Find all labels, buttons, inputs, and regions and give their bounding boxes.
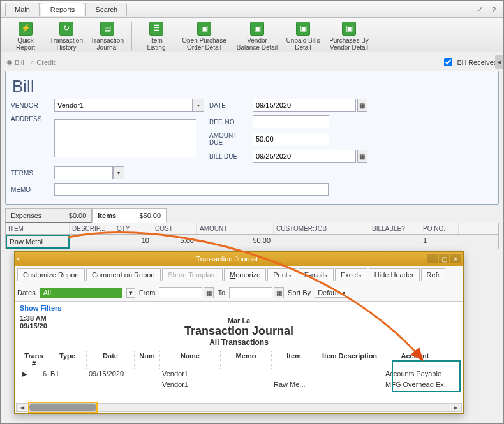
sortby-combo[interactable]: Default▾ xyxy=(315,288,348,298)
help-icon[interactable]: ? xyxy=(489,4,499,15)
bill-form: Bill VENDOR ▾ DATE ▦ ADDRESS REF. NO. AM… xyxy=(5,71,499,205)
transaction-journal-window: ▪ Transaction Journal — ▢ ✕ Customize Re… xyxy=(14,251,464,414)
credit-radio-label: Credit xyxy=(36,59,55,66)
scroll-thumb[interactable] xyxy=(29,404,96,411)
items-amount: $50.00 xyxy=(129,212,161,219)
bill-due-calendar-icon[interactable]: ▦ xyxy=(357,150,367,163)
item-listing-button[interactable]: ☰ ItemListing xyxy=(136,20,177,52)
maximize-icon[interactable]: ▢ xyxy=(439,254,449,263)
col-account[interactable]: Account xyxy=(383,351,447,369)
open-po-detail-button[interactable]: ▣ Open PurchaseOrder Detail xyxy=(177,20,232,52)
unpaid-bills-button[interactable]: ▣ Unpaid BillsDetail xyxy=(283,20,323,52)
purchases-by-vendor-button[interactable]: ▣ Purchases ByVendor Detail xyxy=(323,20,374,52)
terms-field[interactable] xyxy=(54,166,113,179)
cell-po[interactable]: 1 xyxy=(420,235,459,249)
col-cost: COST xyxy=(152,223,197,234)
bill-received-checkbox[interactable] xyxy=(444,58,452,66)
comment-report-button[interactable]: Comment on Report xyxy=(86,268,161,281)
history-icon: ↻ xyxy=(59,22,73,36)
col-trans[interactable]: Trans # xyxy=(20,351,48,369)
quick-report-button[interactable]: ⚡ QuickReport xyxy=(5,20,46,52)
credit-radio[interactable]: ○Credit xyxy=(31,59,56,66)
report-row-2[interactable]: Vendor1 Raw Me... MFG Overhead Ex... xyxy=(20,379,458,390)
items-tab-label: Items xyxy=(98,212,116,219)
cell-amount[interactable]: 50.00 xyxy=(197,235,274,249)
tj-horizontal-scrollbar[interactable]: ◀ ▶ xyxy=(16,403,462,412)
expand-icon[interactable]: ⤢ xyxy=(475,4,485,15)
vendor-field[interactable] xyxy=(54,99,193,112)
col-po: PO NO. xyxy=(420,223,459,234)
bill-radio-label: Bill xyxy=(15,59,24,66)
col-desc: DESCRIP... xyxy=(70,223,114,234)
to-date-field[interactable] xyxy=(229,287,272,298)
date-field[interactable] xyxy=(253,99,356,112)
col-type[interactable]: Type xyxy=(48,351,87,369)
col-date[interactable]: Date xyxy=(87,351,135,369)
amount-due-label: AMOUNT DUE xyxy=(209,132,248,146)
col-num[interactable]: Num xyxy=(135,351,160,369)
cell-customer[interactable] xyxy=(274,235,369,249)
company-name: Mar La xyxy=(20,317,458,325)
share-template-button: Share Template xyxy=(162,268,223,281)
cell-desc[interactable] xyxy=(70,235,114,249)
col-name[interactable]: Name xyxy=(160,351,221,369)
date-range-combo[interactable]: All xyxy=(40,288,122,298)
transaction-journal-button[interactable]: ▤ TransactionJournal xyxy=(87,20,128,52)
col-item2[interactable]: Item xyxy=(272,351,316,369)
open-po-label: Open PurchaseOrder Detail xyxy=(182,37,226,51)
minimize-icon[interactable]: — xyxy=(427,254,438,263)
transaction-history-button[interactable]: ↻ TransactionHistory xyxy=(46,20,87,52)
date-range-dropdown-icon[interactable]: ▾ xyxy=(126,288,135,298)
email-button[interactable]: E-mail xyxy=(299,268,334,281)
report-row-1[interactable]: ▶6 Bill 09/15/2020 Vendor1 Accounts Paya… xyxy=(20,369,458,379)
items-grid-header: ITEM DESCRIP... QTY COST AMOUNT CUSTOMER… xyxy=(5,223,499,234)
customize-report-button[interactable]: Customize Report xyxy=(17,268,85,281)
refno-field[interactable] xyxy=(253,115,329,128)
show-filters-link[interactable]: Show Filters xyxy=(20,304,458,312)
cell-qty[interactable]: 10 xyxy=(114,235,152,249)
from-date-field[interactable] xyxy=(159,287,202,298)
excel-button[interactable]: Excel xyxy=(335,268,367,281)
memo-field[interactable] xyxy=(54,183,329,196)
items-grid-row[interactable]: Raw Metal 10 5.00 50.00 1 xyxy=(5,234,499,249)
journal-icon: ▤ xyxy=(100,22,114,36)
refresh-button[interactable]: Refr xyxy=(421,268,446,281)
quick-report-icon: ⚡ xyxy=(19,22,33,36)
amount-due-field[interactable] xyxy=(253,133,329,145)
vendor-balance-button[interactable]: ▣ VendorBalance Detail xyxy=(232,20,283,52)
address-field[interactable] xyxy=(54,119,196,157)
side-collapse-handle[interactable]: ◀ xyxy=(495,55,503,69)
date-calendar-icon[interactable]: ▦ xyxy=(357,99,367,112)
date-label: DATE xyxy=(209,102,248,109)
vendor-dropdown-icon[interactable]: ▾ xyxy=(193,99,204,112)
tab-reports[interactable]: Reports xyxy=(41,3,85,16)
from-calendar-icon[interactable]: ▦ xyxy=(204,287,214,298)
bill-due-field[interactable] xyxy=(253,150,356,163)
print-button[interactable]: Print xyxy=(267,268,297,281)
unpaid-bills-icon: ▣ xyxy=(296,22,310,36)
report-title: Transaction Journal xyxy=(20,325,458,338)
cell-cost[interactable]: 5.00 xyxy=(152,235,197,249)
unpaid-bills-label: Unpaid BillsDetail xyxy=(286,37,320,51)
scroll-left-icon[interactable]: ◀ xyxy=(18,404,27,411)
col-memo[interactable]: Memo xyxy=(221,351,272,369)
scroll-right-icon[interactable]: ▶ xyxy=(451,404,460,411)
cell-billable[interactable] xyxy=(369,235,420,249)
bill-radio[interactable]: ◉Bill xyxy=(6,58,24,66)
hide-header-button[interactable]: Hide Header xyxy=(369,268,420,281)
vendor-label: VENDOR xyxy=(11,102,49,109)
tab-search[interactable]: Search xyxy=(85,3,127,16)
col-itemdesc[interactable]: Item Description xyxy=(316,351,383,369)
to-calendar-icon[interactable]: ▦ xyxy=(274,287,284,298)
item-listing-label: ItemListing xyxy=(147,37,166,51)
col-item: ITEM xyxy=(6,223,70,234)
terms-dropdown-icon[interactable]: ▾ xyxy=(113,166,124,179)
tab-main[interactable]: Main xyxy=(5,3,40,16)
cell-item[interactable]: Raw Metal xyxy=(6,235,70,249)
memorize-button[interactable]: Memorize xyxy=(224,268,266,281)
expenses-tab[interactable]: Expenses $0.00 xyxy=(5,208,92,223)
from-label: From xyxy=(139,289,156,296)
items-tab[interactable]: Items $50.00 xyxy=(92,208,167,223)
close-icon[interactable]: ✕ xyxy=(450,254,461,263)
bill-due-label: BILL DUE xyxy=(209,153,248,160)
